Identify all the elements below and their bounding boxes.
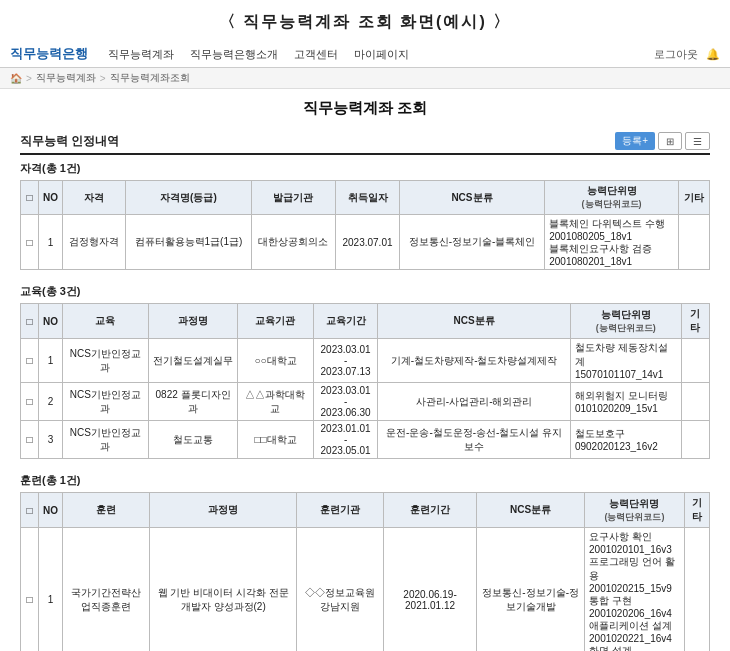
row-능력단위명: 철도보호구0902020123_16v2 [570,421,681,459]
row-NCS분류: 정보통신-정보기술-블록체인 [399,215,545,270]
자격-section: 자격(총 1건) □ NO 자격 자격명(등급) 발급기관 취득일자 NCS분류… [20,161,710,270]
자격-col-취득일자: 취득일자 [336,181,399,215]
table-row: □ 1 국가기간전략산업직종훈련 웹 기반 비대이터 시각화 전문개발자 양성과… [21,528,710,652]
교육-col-능력단위명: 능력단위명(능력단위코드) [570,304,681,339]
row-과정명: 0822 플롯디자인과 [148,383,238,421]
top-navigation: 직무능력은행 직무능력계좌 직무능력은행소개 고객센터 마이페이지 로그아웃 🔔 [0,41,730,68]
row-교육: NCS기반인정교과 [63,421,149,459]
row-기타 [681,421,709,459]
row-no: 1 [39,339,63,383]
훈련-col-기타: 기타 [684,493,709,528]
row-checkbox[interactable]: □ [21,421,39,459]
grid-view-button[interactable]: ⊞ [658,132,682,150]
breadcrumb-home[interactable]: 🏠 [10,73,22,84]
row-교육기관: ○○대학교 [238,339,313,383]
훈련-table: □ NO 훈련 과정명 훈련기관 훈련기간 NCS분류 능력단위명(능력단위코드… [20,492,710,651]
자격-col-자격명: 자격명(등급) [126,181,251,215]
row-no: 1 [39,215,63,270]
nav-link-3[interactable]: 고객센터 [294,47,338,62]
nav-link-1[interactable]: 직무능력계좌 [108,47,174,62]
nav-link-4[interactable]: 마이페이지 [354,47,409,62]
row-no: 2 [39,383,63,421]
인정내역-title: 직무능력 인정내역 [20,133,119,150]
인정내역-header: 직무능력 인정내역 등록+ ⊞ ☰ [20,132,710,155]
자격-col-checkbox: □ [21,181,39,215]
교육-col-교육기관: 교육기관 [238,304,313,339]
교육-col-기타: 기타 [681,304,709,339]
nav-links: 직무능력계좌 직무능력은행소개 고객센터 마이페이지 [108,47,654,62]
list-view-button[interactable]: ☰ [685,132,710,150]
자격-col-no: NO [39,181,63,215]
훈련-section-title: 훈련(총 1건) [20,473,710,488]
row-NCS분류: 운전-운송-철도운정-송선-철도시설 유지보수 [378,421,571,459]
row-훈련: 국가기간전략산업직종훈련 [63,528,150,652]
row-능력단위명: 블록체인 다위텍스트 수행2001080205_18v1블록체인요구사항 검증2… [545,215,679,270]
훈련-col-훈련: 훈련 [63,493,150,528]
교육-col-교육기간: 교육기간 [313,304,378,339]
교육-table-header: □ NO 교육 과정명 교육기관 교육기간 NCS분류 능력단위명(능력단위코드… [21,304,710,339]
자격-col-능력단위명: 능력단위명(능력단위코드) [545,181,679,215]
row-교육기관: □□대학교 [238,421,313,459]
row-NCS분류: 사관리-사업관리-해외관리 [378,383,571,421]
table-row: □ 2 NCS기반인정교과 0822 플롯디자인과 △△과학대학교 2023.0… [21,383,710,421]
row-NCS분류: 정보통신-정보기술-정보기술개발 [477,528,585,652]
row-훈련기간: 2020.06.19-2021.01.12 [383,528,476,652]
row-checkbox[interactable]: □ [21,528,39,652]
row-취득일자: 2023.07.01 [336,215,399,270]
row-과정명: 철도교통 [148,421,238,459]
table-row: □ 1 검정형자격 컴퓨터활용능력1급(1급) 대한상공회의소 2023.07.… [21,215,710,270]
자격-table: □ NO 자격 자격명(등급) 발급기관 취득일자 NCS분류 능력단위명(능력… [20,180,710,270]
교육-table: □ NO 교육 과정명 교육기관 교육기간 NCS분류 능력단위명(능력단위코드… [20,303,710,459]
table-row: □ 3 NCS기반인정교과 철도교통 □□대학교 2023.01.01 -202… [21,421,710,459]
훈련-col-checkbox: □ [21,493,39,528]
자격-col-발급기관: 발급기관 [251,181,336,215]
row-기타 [684,528,709,652]
row-발급기관: 대한상공회의소 [251,215,336,270]
brand-logo: 직무능력은행 [10,45,88,63]
row-checkbox[interactable]: □ [21,339,39,383]
nav-link-2[interactable]: 직무능력은행소개 [190,47,278,62]
훈련-col-과정명: 과정명 [150,493,297,528]
row-능력단위명: 철도차량 제동장치설계15070101107_14v1 [570,339,681,383]
row-교육기간: 2023.03.01 -2023.06.30 [313,383,378,421]
자격-table-header: □ NO 자격 자격명(등급) 발급기관 취득일자 NCS분류 능력단위명(능력… [21,181,710,215]
row-교육기간: 2023.03.01 -2023.07.13 [313,339,378,383]
교육-col-checkbox: □ [21,304,39,339]
row-no: 3 [39,421,63,459]
훈련-col-no: NO [39,493,63,528]
훈련-col-훈련기간: 훈련기간 [383,493,476,528]
교육-col-no: NO [39,304,63,339]
breadcrumb-level1[interactable]: 직무능력계좌 [36,71,96,85]
header-buttons: 등록+ ⊞ ☰ [615,132,710,150]
row-능력단위명: 요구사항 확인2001020101_16v3프로그래밍 언어 활용2001020… [585,528,685,652]
자격-col-자격: 자격 [63,181,126,215]
content-title: 직무능력계좌 조회 [20,99,710,118]
훈련-col-훈련기관: 훈련기관 [297,493,383,528]
row-no: 1 [39,528,63,652]
row-교육기간: 2023.01.01 -2023.05.01 [313,421,378,459]
교육-section: 교육(총 3건) □ NO 교육 과정명 교육기관 교육기간 NCS분류 능력단… [20,284,710,459]
row-교육: NCS기반인정교과 [63,383,149,421]
훈련-section: 훈련(총 1건) □ NO 훈련 과정명 훈련기관 훈련기간 NCS분류 능력단… [20,473,710,651]
훈련-col-NCS분류: NCS분류 [477,493,585,528]
row-능력단위명: 해외위험지 모니터링0101020209_15v1 [570,383,681,421]
row-기타 [678,215,709,270]
교육-section-title: 교육(총 3건) [20,284,710,299]
훈련-col-능력단위명: 능력단위명(능력단위코드) [585,493,685,528]
row-기타 [681,339,709,383]
자격-section-title: 자격(총 1건) [20,161,710,176]
notification-icon[interactable]: 🔔 [706,48,720,61]
교육-col-교육: 교육 [63,304,149,339]
breadcrumb-level2[interactable]: 직무능력계좌조회 [110,71,190,85]
logout-link[interactable]: 로그아웃 [654,47,698,62]
row-checkbox[interactable]: □ [21,215,39,270]
row-과정명: 웹 기반 비대이터 시각화 전문개발자 양성과정(2) [150,528,297,652]
자격-col-NCS분류: NCS분류 [399,181,545,215]
main-content: 직무능력계좌 조회 직무능력 인정내역 등록+ ⊞ ☰ 자격(총 1건) □ N… [0,89,730,651]
register-button[interactable]: 등록+ [615,132,655,150]
row-checkbox[interactable]: □ [21,383,39,421]
breadcrumb: 🏠 > 직무능력계좌 > 직무능력계좌조회 [0,68,730,89]
row-과정명: 전기철도설계실무 [148,339,238,383]
row-교육: NCS기반인정교과 [63,339,149,383]
table-row: □ 1 NCS기반인정교과 전기철도설계실무 ○○대학교 2023.03.01 … [21,339,710,383]
